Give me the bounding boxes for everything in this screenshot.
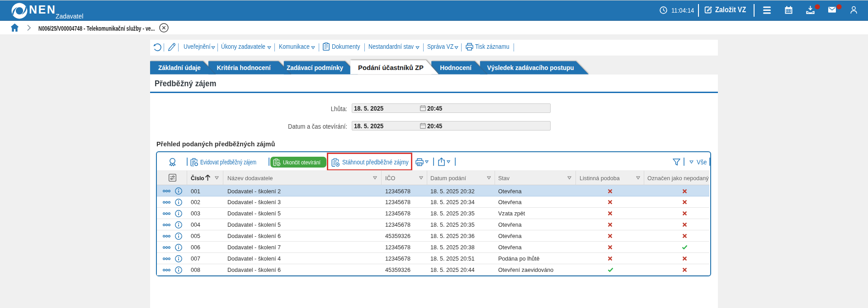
svg-text:Výsledek zadávacího postupu: Výsledek zadávacího postupu [487, 64, 574, 72]
svg-text:Kritéria hodnocení: Kritéria hodnocení [217, 64, 271, 72]
svg-text:Hodnocení: Hodnocení [440, 64, 472, 72]
svg-text:Podání účastníků ZP: Podání účastníků ZP [358, 64, 424, 71]
svg-text:Zadávací podmínky: Zadávací podmínky [287, 64, 343, 72]
svg-text:Základní údaje: Základní údaje [158, 64, 201, 72]
